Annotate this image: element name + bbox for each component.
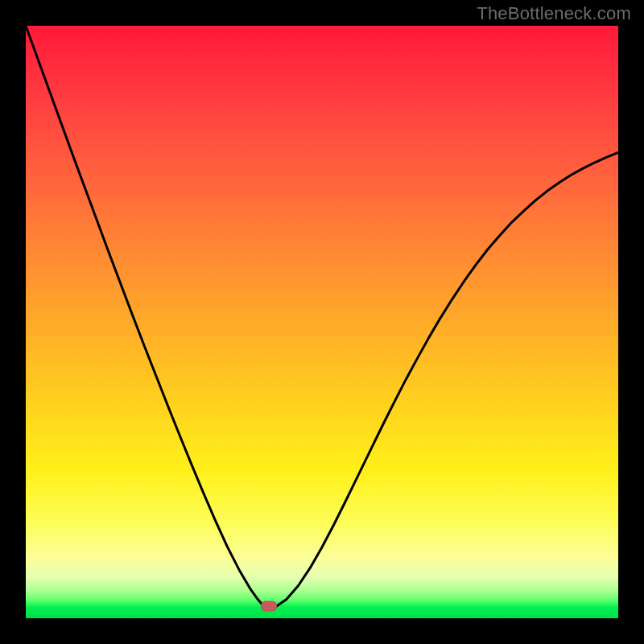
bottleneck-curve	[26, 26, 618, 618]
chart-frame: TheBottleneck.com	[0, 0, 644, 644]
watermark-text: TheBottleneck.com	[477, 3, 631, 24]
plot-area	[26, 26, 618, 618]
optimal-marker	[261, 601, 277, 612]
